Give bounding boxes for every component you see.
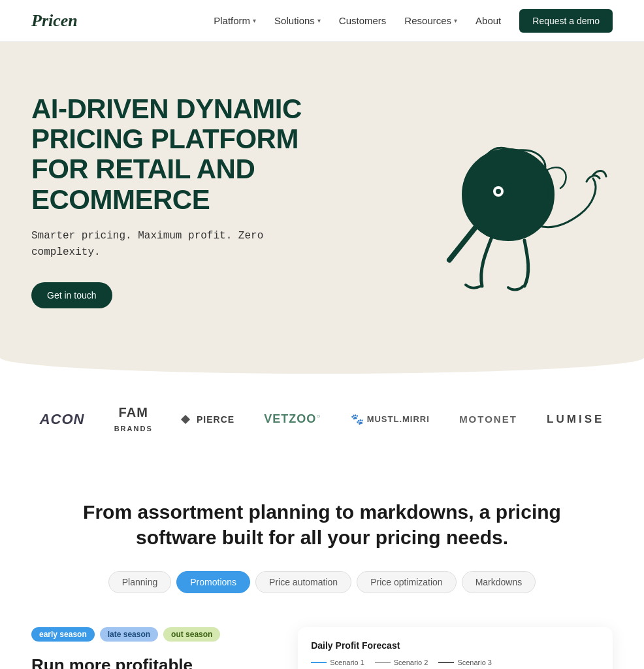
features-title-block: From assortment planning to markdowns, a… xyxy=(0,460,644,571)
chart-legend: Scenario 1 Scenario 2 Scenario 3 xyxy=(311,659,600,666)
logo-pierce: PIERCE xyxy=(182,414,234,425)
legend-line-icon xyxy=(311,662,327,663)
nav-about[interactable]: About xyxy=(475,15,501,26)
logo-motonet: motonet xyxy=(459,414,517,425)
svg-line-2 xyxy=(449,227,475,260)
nav-platform[interactable]: Platform ▾ xyxy=(214,15,256,26)
logo-vetzoo: VetZoo○ xyxy=(264,412,321,426)
navbar: Pricen Platform ▾ Solutions ▾ Customers … xyxy=(0,0,644,42)
legend-line-icon xyxy=(438,662,454,663)
promotions-title: Run more profitable promotions with AI i… xyxy=(31,655,272,669)
nav-resources[interactable]: Resources ▾ xyxy=(404,15,457,26)
svg-point-4 xyxy=(496,189,501,194)
tab-price-automation[interactable]: Price automation xyxy=(255,571,351,593)
tag-early-season: early season xyxy=(31,627,95,642)
legend-scenario2: Scenario 2 xyxy=(375,659,428,666)
tab-markdowns[interactable]: Markdowns xyxy=(462,571,536,593)
logo-mustl: 🐾 Mustl.Mirri xyxy=(351,413,430,425)
logos-section: ACON FAMBRANDS PIERCE VetZoo○ 🐾 Mustl.Mi… xyxy=(0,374,644,460)
promotions-section: early season late season out season Run … xyxy=(0,614,644,669)
chevron-down-icon: ▾ xyxy=(253,17,256,24)
request-demo-button[interactable]: Request a demo xyxy=(519,9,613,33)
promotions-content: early season late season out season Run … xyxy=(31,627,272,669)
season-tags: early season late season out season xyxy=(31,627,272,642)
nav-solutions[interactable]: Solutions ▾ xyxy=(274,15,321,26)
chart-title: Daily Profit Forecast xyxy=(311,640,600,651)
svg-point-1 xyxy=(468,154,549,235)
nav-customers[interactable]: Customers xyxy=(339,15,387,26)
chart-container: Daily Profit Forecast Scenario 1 Scenari… xyxy=(298,627,613,669)
chevron-down-icon: ▾ xyxy=(317,17,321,24)
tab-promotions[interactable]: Promotions xyxy=(176,571,250,593)
chevron-down-icon: ▾ xyxy=(454,17,457,24)
legend-scenario3: Scenario 3 xyxy=(438,659,492,666)
tag-out-season: out season xyxy=(163,627,220,642)
legend-scenario1: Scenario 1 xyxy=(311,659,364,666)
feature-tabs: Planning Promotions Price automation Pri… xyxy=(0,571,644,614)
hero-title: AI-DRIVEN DYNAMIC PRICING PLATFORM FOR R… xyxy=(31,94,306,215)
hero-subtitle: Smarter pricing. Maximum profit. Zero co… xyxy=(31,228,306,261)
hero-illustration xyxy=(378,103,613,299)
nav-links: Platform ▾ Solutions ▾ Customers Resourc… xyxy=(214,9,613,33)
tag-late-season: late season xyxy=(100,627,158,642)
logo-lumise: LUMISE xyxy=(547,413,604,426)
hero-section: AI-DRIVEN DYNAMIC PRICING PLATFORM FOR R… xyxy=(0,42,644,374)
tab-planning[interactable]: Planning xyxy=(108,571,172,593)
logo-acon: ACON xyxy=(40,411,85,428)
legend-line-icon xyxy=(375,662,391,663)
hero-content: AI-DRIVEN DYNAMIC PRICING PLATFORM FOR R… xyxy=(31,94,306,308)
tab-price-optimization[interactable]: Price optimization xyxy=(357,571,457,593)
features-title: From assortment planning to markdowns, a… xyxy=(67,499,577,550)
logo[interactable]: Pricen xyxy=(31,11,78,31)
logo-fam: FAMBRANDS xyxy=(114,405,153,434)
get-in-touch-button[interactable]: Get in touch xyxy=(31,282,112,308)
